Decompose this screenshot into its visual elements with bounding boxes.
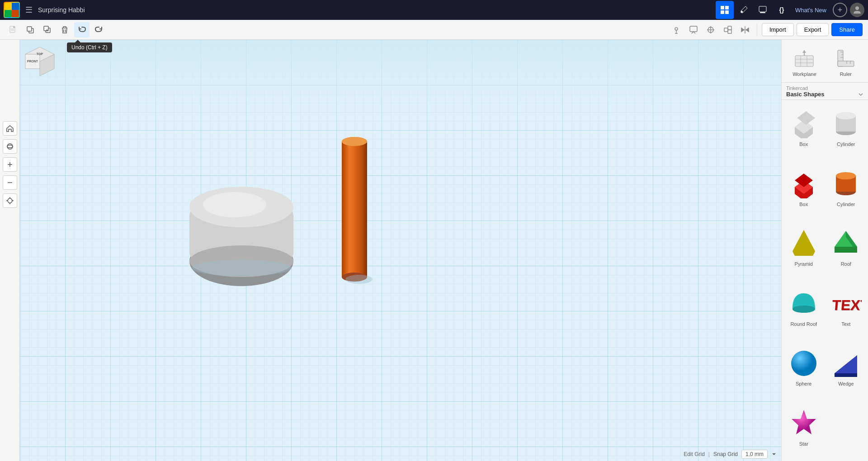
svg-rect-11 xyxy=(760,12,765,13)
svg-point-38 xyxy=(7,144,13,149)
shape-roof-label: Roof xyxy=(841,261,851,267)
svg-rect-60 xyxy=(795,56,813,66)
duplicate-btn[interactable] xyxy=(40,22,55,38)
import-btn[interactable]: Import xyxy=(762,23,794,36)
svg-marker-96 xyxy=(835,355,857,373)
shape-pyramid[interactable]: Pyramid xyxy=(783,221,824,280)
view-cube[interactable]: TOP FRONT xyxy=(24,45,56,80)
snap-value: 1.0 mm xyxy=(741,450,768,459)
shapes-dropdown-icon[interactable] xyxy=(858,92,863,97)
new-btn[interactable] xyxy=(5,22,21,38)
svg-marker-76 xyxy=(797,111,815,125)
group-btn[interactable] xyxy=(721,23,735,37)
right-panel: › Workplane xyxy=(781,40,868,461)
svg-marker-90 xyxy=(835,247,857,253)
svg-rect-5 xyxy=(721,6,724,9)
scene-objects xyxy=(20,40,782,461)
grid-view-btn[interactable] xyxy=(716,1,734,19)
svg-text:TOP: TOP xyxy=(37,52,43,56)
undo-tooltip: Undo (Ctrl + Z) xyxy=(67,42,112,52)
snap-dropdown-icon[interactable] xyxy=(771,452,777,457)
svg-rect-29 xyxy=(728,30,731,33)
home-view-btn[interactable] xyxy=(3,121,17,136)
shape-sphere-label: Sphere xyxy=(796,381,811,386)
svg-point-52 xyxy=(203,192,266,217)
mirror-btn[interactable] xyxy=(738,23,752,37)
gallery-btn[interactable] xyxy=(754,1,772,19)
svg-marker-32 xyxy=(746,28,749,32)
ruler-btn[interactable]: Ruler xyxy=(831,45,861,79)
shape-roof[interactable]: Roof xyxy=(826,221,867,280)
shape-sphere[interactable]: Sphere xyxy=(783,341,824,400)
hamburger-icon[interactable]: ☰ xyxy=(25,5,33,15)
svg-rect-1 xyxy=(5,3,12,10)
svg-marker-97 xyxy=(835,373,857,377)
right-panel-top: Workplane xyxy=(782,40,868,83)
svg-rect-27 xyxy=(724,28,728,32)
shape-cylinder-orange-label: Cylinder xyxy=(837,202,855,207)
zoom-out-btn[interactable] xyxy=(3,175,17,190)
shape-cylinder-orange[interactable]: Cylinder xyxy=(826,162,867,220)
shape-round-roof[interactable]: Round Roof xyxy=(783,282,824,340)
pin-btn[interactable] xyxy=(669,23,684,37)
shape-box-gray[interactable]: Box xyxy=(783,102,824,160)
svg-rect-10 xyxy=(759,6,766,12)
add-user-btn[interactable]: + xyxy=(833,3,847,17)
svg-text:TEXT: TEXT xyxy=(832,297,862,314)
redo-btn[interactable] xyxy=(91,22,107,38)
svg-marker-98 xyxy=(792,410,816,434)
workplane-icon xyxy=(794,48,814,68)
svg-rect-17 xyxy=(27,27,32,31)
app-logo[interactable] xyxy=(4,2,20,18)
shape-box-red[interactable]: Box xyxy=(783,162,824,220)
user-avatar[interactable] xyxy=(850,3,864,17)
share-btn[interactable]: Share xyxy=(831,23,863,36)
tools-btn[interactable] xyxy=(735,1,753,19)
left-sidebar xyxy=(0,40,20,461)
svg-point-39 xyxy=(7,145,13,148)
svg-rect-6 xyxy=(725,6,729,9)
edit-grid-label[interactable]: Edit Grid xyxy=(684,451,705,457)
shapes-title: Basic Shapes xyxy=(786,91,863,98)
workplane-btn[interactable]: Workplane xyxy=(789,45,820,79)
chat-btn[interactable] xyxy=(686,23,701,37)
svg-rect-56 xyxy=(342,141,367,277)
undo-btn[interactable] xyxy=(74,22,90,38)
orbit-btn[interactable] xyxy=(3,139,17,154)
shape-cylinder-gray-label: Cylinder xyxy=(837,141,855,147)
shapes-source: Tinkercad xyxy=(786,85,863,91)
copy-btn[interactable] xyxy=(23,22,38,38)
canvas-area[interactable]: Edit Grid | Snap Grid 1.0 mm xyxy=(20,40,782,461)
panel-collapse-btn[interactable]: › xyxy=(781,241,782,259)
shape-cylinder-gray[interactable]: Cylinder xyxy=(826,102,867,160)
export-btn[interactable]: Export xyxy=(797,23,829,36)
delete-btn[interactable] xyxy=(57,22,72,38)
zoom-in-btn[interactable] xyxy=(3,157,17,172)
svg-point-94 xyxy=(791,351,816,376)
bottom-bar: Edit Grid | Snap Grid 1.0 mm xyxy=(20,447,782,461)
shape-box-gray-label: Box xyxy=(799,141,808,147)
svg-point-22 xyxy=(675,28,678,30)
svg-rect-7 xyxy=(721,10,724,14)
shape-wedge[interactable]: Wedge xyxy=(826,341,867,400)
shape-star-label: Star xyxy=(799,441,808,447)
whats-new-btn[interactable]: What's New xyxy=(792,5,830,15)
shapes-grid: Box Cylinder xyxy=(782,100,868,461)
svg-rect-2 xyxy=(12,3,19,10)
align-btn[interactable] xyxy=(703,23,718,37)
svg-point-43 xyxy=(8,198,12,203)
svg-rect-3 xyxy=(5,10,12,17)
fit-view-btn[interactable] xyxy=(3,193,17,208)
svg-text:FRONT: FRONT xyxy=(27,60,38,63)
svg-marker-31 xyxy=(741,28,744,32)
svg-point-53 xyxy=(192,260,291,276)
svg-rect-4 xyxy=(12,10,19,17)
shape-round-roof-label: Round Roof xyxy=(790,321,817,327)
shape-text[interactable]: TEXT TEXT Text xyxy=(826,282,867,340)
shape-pyramid-label: Pyramid xyxy=(795,261,813,267)
code-btn[interactable]: {} xyxy=(773,1,791,19)
svg-point-79 xyxy=(836,112,856,119)
svg-point-57 xyxy=(342,137,367,146)
workplane-label: Workplane xyxy=(793,71,816,77)
shape-star[interactable]: Star xyxy=(783,401,824,460)
